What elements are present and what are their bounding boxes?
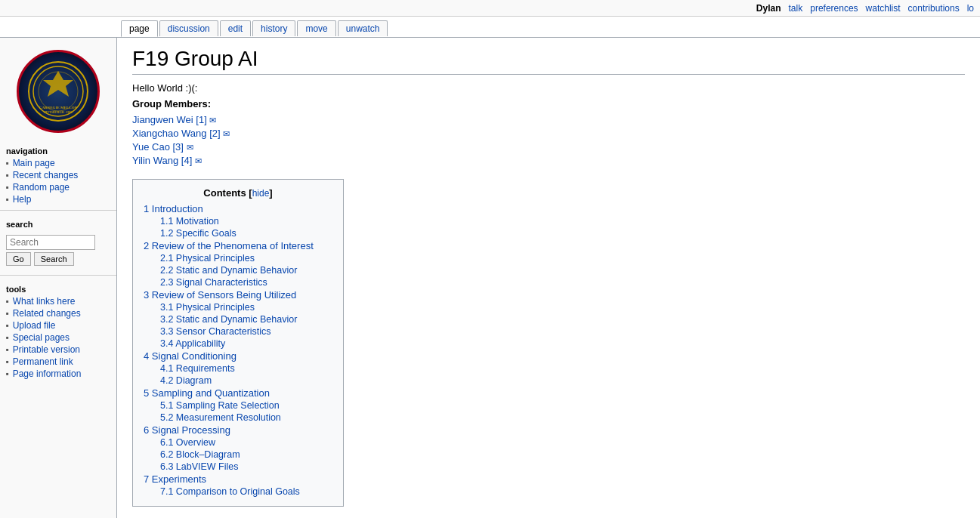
toc-subsection-3.2: 3.2 Static and Dynamic Behavior	[160, 314, 332, 325]
talk-link[interactable]: talk	[789, 3, 803, 14]
member-2-ref[interactable]: [2]	[209, 128, 220, 139]
member-1-email-icon: ✉	[209, 116, 216, 125]
sidebar-item-recent-changes[interactable]: Recent changes	[6, 169, 116, 181]
toc-link-6[interactable]: 6 Signal Processing	[144, 424, 230, 436]
contributions-link[interactable]: contributions	[908, 3, 960, 14]
svg-text:CARNEGIE MELLON: CARNEGIE MELLON	[39, 106, 78, 109]
group-members-label: Group Members:	[132, 98, 211, 109]
toc-title: Contents [hide]	[144, 187, 332, 199]
toc-title-text: Contents	[203, 187, 246, 199]
member-3: Yue Cao [3] ✉	[132, 141, 965, 153]
member-3-link[interactable]: Yue Cao	[132, 141, 170, 153]
member-2-email-icon: ✉	[223, 129, 230, 138]
toc-section-4: 4 Signal Conditioning4.1 Requirements4.2…	[144, 350, 332, 386]
member-3-ref[interactable]: [3]	[173, 141, 184, 153]
svg-text:PITTSBURGH · 1900: PITTSBURGH · 1900	[44, 110, 72, 114]
search-section: Go Search	[0, 230, 116, 270]
toc-link-3.2[interactable]: 3.2 Static and Dynamic Behavior	[160, 314, 297, 325]
member-1: Jiangwen Wei [1] ✉	[132, 114, 965, 125]
sidebar-item-main-page[interactable]: Main page	[6, 157, 116, 169]
preferences-link[interactable]: preferences	[810, 3, 858, 14]
member-4-link[interactable]: Yilin Wang	[132, 155, 178, 166]
toc-link-7.1[interactable]: 7.1 Comparison to Original Goals	[160, 486, 300, 497]
logout-link[interactable]: lo	[967, 3, 974, 14]
toc-link-6.1[interactable]: 6.1 Overview	[160, 437, 215, 448]
main-layout: CARNEGIE MELLON PITTSBURGH · 1900 naviga…	[0, 38, 980, 518]
toc-sub-6: 6.1 Overview6.2 Block–Diagram6.3 LabVIEW…	[144, 437, 332, 472]
tools-title: tools	[0, 280, 116, 295]
sidebar-item-random-page[interactable]: Random page	[6, 181, 116, 193]
toc-sub-4: 4.1 Requirements4.2 Diagram	[144, 363, 332, 386]
sidebar-divider-1	[0, 210, 116, 211]
toc-link-2.3[interactable]: 2.3 Signal Characteristics	[160, 277, 267, 288]
sidebar-item-help[interactable]: Help	[6, 193, 116, 205]
sidebar-item-upload-file[interactable]: Upload file	[6, 319, 116, 331]
sidebar-item-page-information[interactable]: Page information	[6, 368, 116, 380]
toc-subsection-1.1: 1.1 Motivation	[160, 216, 332, 227]
toc-section-1: 1 Introduction1.1 Motivation1.2 Specific…	[144, 203, 332, 239]
toc-link-1[interactable]: 1 Introduction	[144, 203, 203, 214]
toc-link-3.4[interactable]: 3.4 Applicability	[160, 338, 225, 349]
toc-link-2.1[interactable]: 2.1 Physical Principles	[160, 253, 255, 264]
toc-subsection-3.3: 3.3 Sensor Characteristics	[160, 326, 332, 337]
toc-link-4[interactable]: 4 Signal Conditioning	[144, 350, 236, 362]
logo-area: CARNEGIE MELLON PITTSBURGH · 1900	[0, 44, 116, 142]
toc-link-4.1[interactable]: 4.1 Requirements	[160, 363, 235, 374]
toc-link-2.2[interactable]: 2.2 Static and Dynamic Behavior	[160, 265, 297, 276]
go-button[interactable]: Go	[6, 252, 31, 266]
toc-sub-5: 5.1 Sampling Rate Selection5.2 Measureme…	[144, 400, 332, 423]
tab-page[interactable]: page	[121, 20, 158, 37]
tools-nav: What links here Related changes Upload f…	[0, 295, 116, 380]
toc-link-3.3[interactable]: 3.3 Sensor Characteristics	[160, 326, 271, 337]
member-2: Xiangchao Wang [2] ✉	[132, 128, 965, 139]
toc-subsection-2.3: 2.3 Signal Characteristics	[160, 277, 332, 288]
navigation-nav: Main page Recent changes Random page Hel…	[0, 157, 116, 205]
toc-sub-3: 3.1 Physical Principles3.2 Static and Dy…	[144, 302, 332, 349]
tab-edit[interactable]: edit	[220, 20, 251, 36]
sidebar: CARNEGIE MELLON PITTSBURGH · 1900 naviga…	[0, 38, 117, 518]
tab-move[interactable]: move	[297, 20, 335, 36]
toc-link-1.1[interactable]: 1.1 Motivation	[160, 216, 219, 227]
sidebar-item-printable-version[interactable]: Printable version	[6, 344, 116, 356]
sidebar-item-related-changes[interactable]: Related changes	[6, 307, 116, 319]
member-4-ref[interactable]: [4]	[181, 155, 192, 166]
toc-subsection-6.1: 6.1 Overview	[160, 437, 332, 448]
toc-link-5.1[interactable]: 5.1 Sampling Rate Selection	[160, 400, 280, 411]
tab-unwatch[interactable]: unwatch	[338, 20, 388, 36]
toc-link-5[interactable]: 5 Sampling and Quantization	[144, 387, 270, 399]
toc-link-7[interactable]: 7 Experiments	[144, 473, 206, 485]
tab-discussion[interactable]: discussion	[159, 20, 218, 36]
toc-hide-link[interactable]: hide	[252, 188, 270, 199]
toc-subsection-3.4: 3.4 Applicability	[160, 338, 332, 349]
nav-list: Main page Recent changes Random page Hel…	[0, 157, 116, 205]
member-1-ref[interactable]: [1]	[196, 114, 206, 125]
toc-subsection-2.1: 2.1 Physical Principles	[160, 253, 332, 264]
sidebar-item-special-pages[interactable]: Special pages	[6, 331, 116, 344]
toc-link-1.2[interactable]: 1.2 Specific Goals	[160, 228, 236, 239]
member-4: Yilin Wang [4] ✉	[132, 155, 965, 166]
sidebar-item-permanent-link[interactable]: Permanent link	[6, 356, 116, 368]
watchlist-link[interactable]: watchlist	[866, 3, 901, 14]
toc-subsection-2.2: 2.2 Static and Dynamic Behavior	[160, 265, 332, 276]
toc-link-3[interactable]: 3 Review of Sensors Being Utilized	[144, 289, 296, 301]
toc-box: Contents [hide] 1 Introduction1.1 Motiva…	[132, 179, 344, 507]
logo-inner: CARNEGIE MELLON PITTSBURGH · 1900	[28, 61, 88, 122]
tab-history[interactable]: history	[252, 20, 295, 36]
toc-link-6.2[interactable]: 6.2 Block–Diagram	[160, 449, 240, 460]
search-input[interactable]	[6, 235, 95, 250]
member-1-link[interactable]: Jiangwen Wei	[132, 114, 193, 125]
toc-link-6.3[interactable]: 6.3 LabVIEW Files	[160, 461, 239, 472]
search-button[interactable]: Search	[34, 252, 74, 266]
search-buttons: Go Search	[6, 252, 110, 266]
toc-subsection-4.1: 4.1 Requirements	[160, 363, 332, 374]
toc-list: 1 Introduction1.1 Motivation1.2 Specific…	[144, 203, 332, 497]
toc-link-4.2[interactable]: 4.2 Diagram	[160, 375, 212, 386]
toc-link-3.1[interactable]: 3.1 Physical Principles	[160, 302, 255, 313]
member-2-link[interactable]: Xiangchao Wang	[132, 128, 207, 139]
sidebar-item-what-links-here[interactable]: What links here	[6, 295, 116, 307]
toc-link-2[interactable]: 2 Review of the Phenomena of Interest	[144, 240, 314, 251]
toc-section-5: 5 Sampling and Quantization5.1 Sampling …	[144, 387, 332, 423]
toc-subsection-6.2: 6.2 Block–Diagram	[160, 449, 332, 460]
toc-subsection-6.3: 6.3 LabVIEW Files	[160, 461, 332, 472]
toc-link-5.2[interactable]: 5.2 Measurement Resolution	[160, 412, 281, 423]
